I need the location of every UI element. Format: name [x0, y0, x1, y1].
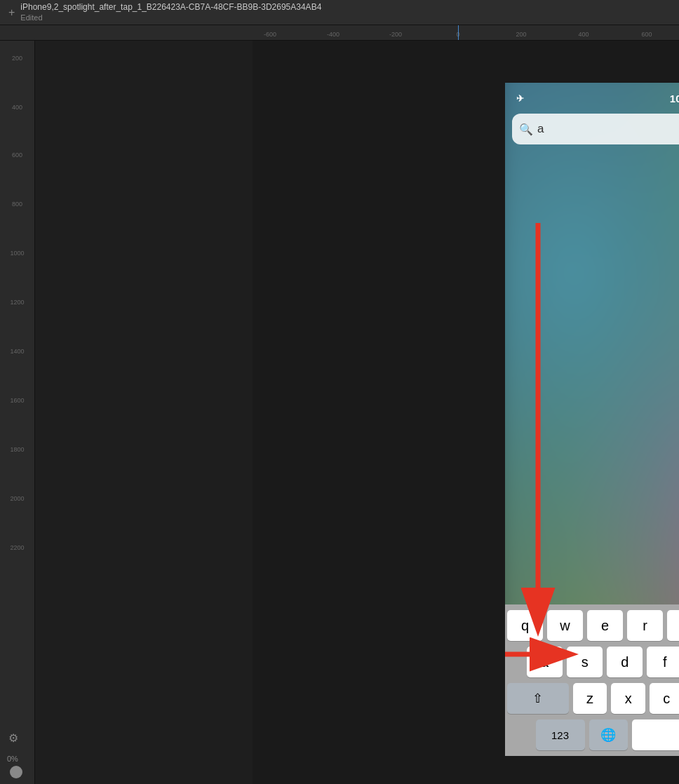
ruler-mark-neg400: -400: [327, 31, 340, 38]
h-ruler: -600 -400 -200 0 200 400 600 800 1000 12…: [253, 25, 679, 41]
key-globe[interactable]: 🌐: [589, 719, 628, 750]
ruler-mark-200: 200: [516, 31, 526, 38]
search-input-text[interactable]: a: [537, 122, 679, 136]
v-ruler-label-2200: 2200: [10, 544, 24, 551]
document-title: iPhone9,2_spotlight_after_tap_1_B226423A…: [20, 2, 321, 13]
v-ruler-label-1200: 1200: [10, 299, 24, 306]
ruler-mark-neg200: -200: [389, 31, 402, 38]
h-ruler-inner: -600 -400 -200 0 200 400 600 800 1000 12…: [253, 25, 679, 40]
airplane-mode-icon: ✈: [516, 93, 524, 104]
phone-screen: ✈ 10:42 AM 82% 🔋 🔍 a ×: [505, 83, 679, 756]
v-ruler-label-1000: 1000: [10, 250, 24, 257]
document-subtitle: Edited: [20, 13, 321, 22]
v-ruler: 200 400 600 800 1000 1200 1400 1600 1800…: [0, 41, 35, 784]
kb-row-1: q w e r t y u i o p: [507, 610, 679, 641]
key-a[interactable]: a: [527, 647, 563, 677]
v-ruler-label-2000: 2000: [10, 495, 24, 502]
key-x[interactable]: x: [611, 683, 645, 714]
key-shift[interactable]: ⇧: [507, 683, 569, 714]
search-icon: 🔍: [519, 123, 533, 136]
zoom-level: 0%: [7, 755, 18, 763]
key-w[interactable]: w: [547, 610, 583, 641]
phone-container: ✈ 10:42 AM 82% 🔋 🔍 a ×: [505, 83, 679, 756]
right-panel: -600 -400 -200 0 200 400 600 800 1000 12…: [253, 25, 679, 784]
status-time: 10:42 AM: [670, 93, 679, 104]
h-ruler-left: [0, 25, 253, 41]
ruler-mark-400: 400: [578, 31, 589, 38]
editor-area: 200 400 600 800 1000 1200 1400 1600 1800…: [0, 25, 679, 784]
key-d[interactable]: d: [607, 647, 643, 677]
search-bar-container: 🔍 a × Cancel: [512, 114, 679, 144]
v-ruler-label-400: 400: [12, 104, 22, 111]
key-q[interactable]: q: [507, 610, 543, 641]
v-ruler-label-1600: 1600: [10, 397, 24, 404]
ios-status-bar: ✈ 10:42 AM 82% 🔋: [505, 83, 679, 114]
ios-keyboard: q w e r t y u i o p a: [505, 604, 679, 756]
title-group: iPhone9,2_spotlight_after_tap_1_B226423A…: [20, 2, 321, 23]
status-left: ✈: [516, 93, 524, 104]
search-bar[interactable]: 🔍 a ×: [512, 114, 679, 144]
settings-icon[interactable]: ⚙: [8, 731, 18, 745]
key-z[interactable]: z: [573, 683, 607, 714]
v-ruler-label-800: 800: [12, 201, 22, 208]
key-s[interactable]: s: [567, 647, 603, 677]
left-panel: 200 400 600 800 1000 1200 1400 1600 1800…: [0, 25, 253, 784]
kb-row-3: ⇧ z x c v b n m ⌫: [507, 683, 679, 714]
title-bar: + iPhone9,2_spotlight_after_tap_1_B22642…: [0, 0, 679, 25]
key-t[interactable]: t: [667, 610, 679, 641]
v-ruler-label-1400: 1400: [10, 348, 24, 355]
kb-row-4: 123 🌐 space search: [507, 719, 679, 750]
kb-row-2: a s d f g h j k l: [507, 647, 679, 677]
v-ruler-label-1800: 1800: [10, 446, 24, 453]
key-r[interactable]: r: [627, 610, 663, 641]
key-123[interactable]: 123: [536, 719, 585, 750]
key-c[interactable]: c: [650, 683, 679, 714]
key-f[interactable]: f: [647, 647, 679, 677]
v-ruler-label-600: 600: [12, 151, 22, 158]
key-e[interactable]: e: [587, 610, 623, 641]
viewport: ✈ 10:42 AM 82% 🔋 🔍 a ×: [288, 41, 679, 784]
ruler-mark-neg600: -600: [264, 31, 276, 38]
key-space[interactable]: space: [632, 719, 680, 750]
v-ruler-label-200: 200: [12, 55, 22, 62]
ruler-mark-600: 600: [641, 31, 652, 38]
add-tab-button[interactable]: +: [8, 6, 15, 19]
bottom-indicator-circle: [10, 766, 22, 778]
